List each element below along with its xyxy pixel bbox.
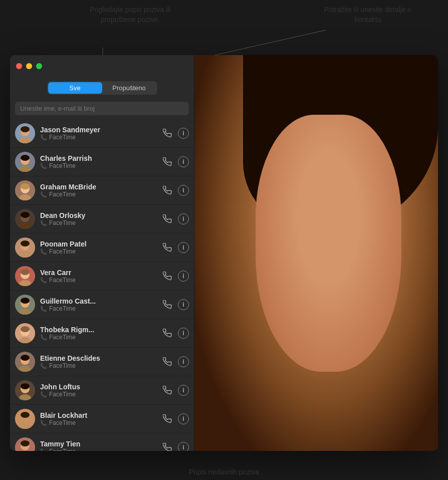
call-icon-tammy[interactable] [161, 441, 174, 451]
avatar-vera [15, 266, 35, 286]
contact-sub-dean: 📞FaceTime [40, 219, 161, 226]
info-icon-poonam[interactable]: i [178, 242, 189, 253]
contact-item-dean[interactable]: Dean Orlosky📞FaceTimei [10, 205, 194, 233]
contact-sub-poonam: 📞FaceTime [40, 248, 161, 255]
contact-subtext-tammy: FaceTime [49, 448, 76, 451]
call-icon-blair[interactable] [161, 412, 174, 425]
info-icon-etienne[interactable]: i [178, 356, 189, 367]
contact-info-dean: Dean Orlosky📞FaceTime [40, 211, 161, 226]
contact-info-etienne: Etienne Desclides📞FaceTime [40, 354, 161, 369]
info-icon-dean[interactable]: i [178, 213, 189, 224]
close-button[interactable] [16, 63, 22, 69]
contact-info-blair: Blair Lockhart📞FaceTime [40, 411, 161, 426]
contact-name-vera: Vera Carr [40, 269, 161, 277]
contact-sub-charles: 📞FaceTime [40, 162, 161, 169]
info-icon-thobeka[interactable]: i [178, 328, 189, 339]
contact-info-vera: Vera Carr📞FaceTime [40, 269, 161, 284]
contact-item-blair[interactable]: Blair Lockhart📞FaceTimei [10, 405, 194, 433]
avatar-john [15, 380, 35, 400]
contact-name-jason: Jason Sandmeyer [40, 126, 161, 134]
maximize-button[interactable] [36, 63, 42, 69]
call-icon-charles[interactable] [161, 155, 174, 168]
search-input[interactable] [15, 102, 189, 115]
info-icon-charles[interactable]: i [178, 156, 189, 167]
search-bar [10, 99, 194, 119]
avatar-graham [15, 180, 35, 200]
contact-name-poonam: Poonam Patel [40, 240, 161, 248]
contact-sub-tammy: 📞FaceTime [40, 448, 161, 451]
contact-name-dean: Dean Orlosky [40, 211, 161, 219]
svg-point-49 [21, 440, 30, 446]
contact-item-charles[interactable]: Charles Parrish📞FaceTimei [10, 148, 194, 176]
contact-sub-john: 📞FaceTime [40, 391, 161, 398]
contact-name-graham: Graham McBride [40, 183, 161, 191]
contact-item-tammy[interactable]: Tammy Tien📞FaceTimei [10, 433, 194, 451]
contact-subtext-guillermo: FaceTime [49, 305, 76, 312]
avatar-blair [15, 409, 35, 429]
contact-name-thobeka: Thobeka Rigm... [40, 326, 161, 334]
svg-point-33 [21, 326, 30, 332]
call-icon-jason[interactable] [161, 127, 174, 140]
contact-actions-poonam: i [161, 241, 189, 254]
info-icon-tammy[interactable]: i [178, 442, 189, 451]
avatar-etienne [15, 352, 35, 372]
contact-item-graham[interactable]: Graham McBride📞FaceTimei [10, 176, 194, 205]
info-icon-guillermo[interactable]: i [178, 299, 189, 310]
svg-point-13 [21, 183, 30, 189]
contact-item-john[interactable]: John Loftus📞FaceTimei [10, 376, 194, 405]
info-icon-blair[interactable]: i [178, 413, 189, 424]
contact-subtext-vera: FaceTime [49, 277, 76, 284]
call-icon-poonam[interactable] [161, 241, 174, 254]
contact-item-poonam[interactable]: Poonam Patel📞FaceTimei [10, 233, 194, 262]
call-icon-etienne[interactable] [161, 355, 174, 368]
contact-item-guillermo[interactable]: Guillermo Cast...📞FaceTimei [10, 291, 194, 319]
call-icon-graham[interactable] [161, 184, 174, 197]
call-icon-dean[interactable] [161, 212, 174, 225]
contact-item-etienne[interactable]: Etienne Desclides📞FaceTimei [10, 348, 194, 376]
phone-sub-icon-graham: 📞 [40, 191, 47, 198]
contact-item-vera[interactable]: Vera Carr📞FaceTimei [10, 262, 194, 291]
contact-name-guillermo: Guillermo Cast... [40, 297, 161, 305]
contact-info-poonam: Poonam Patel📞FaceTime [40, 240, 161, 255]
contact-subtext-jason: FaceTime [49, 134, 76, 141]
svg-point-5 [21, 126, 30, 132]
phone-sub-icon-guillermo: 📞 [40, 306, 47, 312]
phone-sub-icon-john: 📞 [40, 391, 47, 398]
contact-subtext-graham: FaceTime [49, 191, 76, 198]
avatar-jason [15, 123, 35, 143]
contact-item-jason[interactable]: Jason Sandmeyer📞FaceTimei [10, 119, 194, 148]
tab-all[interactable]: Sve [48, 82, 102, 94]
contact-actions-guillermo: i [161, 298, 189, 311]
info-icon-jason[interactable]: i [178, 128, 189, 139]
info-icon-john[interactable]: i [178, 385, 189, 396]
contacts-list: Jason Sandmeyer📞FaceTimeiCharles Parrish… [10, 119, 194, 451]
info-icon-graham[interactable]: i [178, 185, 189, 196]
face-decoration [256, 115, 402, 372]
call-icon-thobeka[interactable] [161, 327, 174, 340]
contact-name-john: John Loftus [40, 383, 161, 391]
contact-info-graham: Graham McBride📞FaceTime [40, 183, 161, 198]
svg-point-29 [21, 298, 30, 304]
app-window: Sve Propušteno Jason Sandmeyer📞FaceTimei… [10, 55, 438, 451]
contact-name-tammy: Tammy Tien [40, 440, 161, 448]
contact-sub-vera: 📞FaceTime [40, 277, 161, 284]
info-icon-vera[interactable]: i [178, 271, 189, 282]
call-icon-vera[interactable] [161, 270, 174, 283]
tab-missed[interactable]: Propušteno [102, 82, 156, 94]
avatar-tammy [15, 437, 35, 451]
contact-info-jason: Jason Sandmeyer📞FaceTime [40, 126, 161, 141]
phone-sub-icon-tammy: 📞 [40, 448, 47, 451]
contact-sub-etienne: 📞FaceTime [40, 362, 161, 369]
avatar-guillermo [15, 295, 35, 315]
phone-sub-icon-thobeka: 📞 [40, 334, 47, 341]
minimize-button[interactable] [26, 63, 32, 69]
contact-actions-tammy: i [161, 441, 189, 451]
phone-sub-icon-dean: 📞 [40, 220, 47, 226]
call-icon-guillermo[interactable] [161, 298, 174, 311]
avatar-dean [15, 209, 35, 229]
contact-item-thobeka[interactable]: Thobeka Rigm...📞FaceTimei [10, 319, 194, 348]
contact-subtext-dean: FaceTime [49, 219, 76, 226]
contact-sub-jason: 📞FaceTime [40, 134, 161, 141]
contact-info-thobeka: Thobeka Rigm...📞FaceTime [40, 326, 161, 341]
call-icon-john[interactable] [161, 384, 174, 397]
